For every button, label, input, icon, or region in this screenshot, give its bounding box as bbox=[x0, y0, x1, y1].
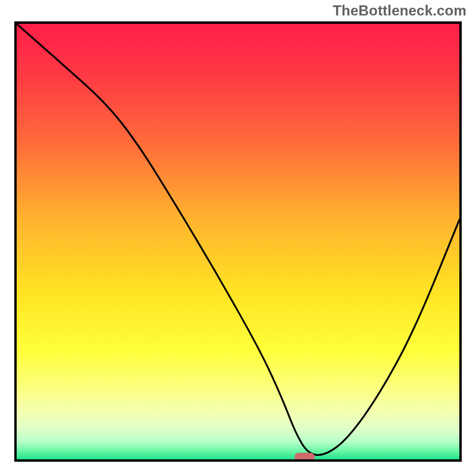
curve-layer bbox=[17, 24, 459, 459]
bottleneck-curve bbox=[17, 24, 459, 455]
plot-area bbox=[14, 21, 462, 462]
chart-container: TheBottleneck.com bbox=[0, 0, 476, 476]
watermark-text: TheBottleneck.com bbox=[333, 2, 466, 19]
optimal-marker bbox=[295, 453, 315, 461]
